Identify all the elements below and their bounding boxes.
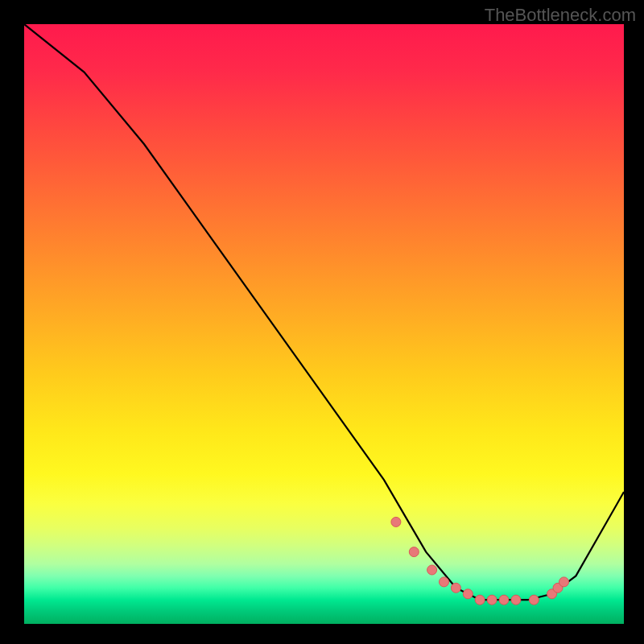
data-marker [559,577,569,587]
data-marker [409,547,419,557]
plot-area [24,24,624,624]
data-marker [487,595,497,605]
data-marker [529,595,539,605]
data-markers [391,517,569,605]
data-marker [499,595,509,605]
data-marker [511,595,521,605]
data-marker [451,583,460,592]
data-marker [391,517,401,526]
chart-svg [24,24,624,624]
data-marker [427,565,437,575]
data-marker [440,577,449,587]
data-marker [463,589,473,599]
bottleneck-curve [24,24,624,600]
data-marker [475,595,485,605]
watermark-text: TheBottleneck.com [485,5,636,26]
